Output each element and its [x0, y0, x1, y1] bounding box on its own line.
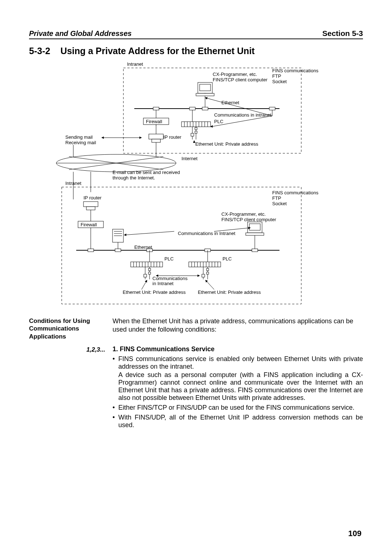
- label-cx1-l1: CX-Programmer, etc.: [213, 72, 257, 77]
- network-diagram: Intranet CX-Programmer, etc. FINS/TCP cl…: [47, 61, 345, 312]
- label-cx2-l2: FINS/TCP client computer: [221, 217, 276, 222]
- label-iprouter-bot: IP router: [83, 195, 102, 200]
- label-receiving-mail: Receiving mail: [65, 140, 96, 145]
- label-firewall-bot: Firewall: [81, 222, 97, 227]
- label-cx2-l1: CX-Programmer, etc.: [221, 211, 266, 217]
- bullet-list: FINS communications service is enabled o…: [113, 355, 363, 429]
- svg-rect-46: [83, 202, 98, 207]
- page-number: 109: [348, 529, 362, 538]
- svg-rect-33: [149, 134, 163, 139]
- label-ethunit-bot2: Ethernet Unit: Private address: [198, 289, 261, 295]
- label-firewall-top: Firewall: [146, 119, 162, 124]
- label-plc-bot2: PLC: [222, 256, 232, 262]
- svg-line-104: [205, 280, 214, 289]
- label-sending-mail: Sending mail: [65, 134, 93, 140]
- label-plc-top: PLC: [214, 119, 223, 124]
- header-left: Private and Global Addresses: [29, 29, 132, 38]
- svg-rect-63: [88, 249, 94, 252]
- svg-rect-32: [191, 133, 194, 136]
- intro-block: Conditions for Using Communications Appl…: [29, 317, 363, 340]
- label-ethunit-bot1: Ethernet Unit: Private address: [123, 289, 186, 295]
- section-heading: Using a Private Address for the Ethernet…: [60, 46, 363, 56]
- label-comm-intranet3-l1: Communications: [152, 276, 188, 281]
- label-fins1-l2: FTP: [272, 73, 281, 79]
- svg-rect-53: [246, 233, 264, 235]
- label-plc-bot: PLC: [164, 256, 173, 262]
- svg-rect-64: [115, 249, 121, 252]
- bullet-text: Either FINS/TCP or FINS/UDP can be used …: [118, 404, 355, 411]
- list-marker: 1,2,3...: [29, 345, 105, 431]
- label-cx1-l2: FINS/TCP client computer: [213, 77, 268, 82]
- item1-title: 1. FINS Communications Service: [113, 345, 363, 353]
- label-comm-intranet-bot: Communications in Intranet: [178, 231, 236, 236]
- label-intranet-top: Intranet: [127, 61, 143, 67]
- svg-rect-84: [144, 274, 147, 277]
- intro-paragraph: When the Ethernet Unit has a private add…: [113, 317, 363, 340]
- header-right: Section 5-3: [322, 29, 363, 38]
- svg-rect-99: [207, 268, 209, 271]
- svg-rect-4: [196, 93, 214, 96]
- section-number: 5-3-2: [29, 46, 50, 56]
- svg-rect-13: [202, 107, 208, 110]
- label-fins2-l3: Socket: [272, 201, 287, 206]
- svg-rect-30: [195, 127, 197, 130]
- svg-rect-10: [153, 107, 159, 110]
- document-page: Private and Global Addresses Section 5-3…: [0, 0, 392, 555]
- label-email-l1: E-mail can be sent and received: [113, 170, 180, 175]
- bullet-text: FINS communications service is enabled o…: [118, 355, 363, 370]
- bullet-item: FINS communications service is enabled o…: [113, 355, 363, 402]
- svg-rect-31: [195, 131, 197, 133]
- side-heading: Conditions for Using Communications Appl…: [29, 317, 105, 340]
- label-iprouter-top: IP router: [163, 134, 181, 140]
- bullet-subpara: A device such as a personal computer (wi…: [118, 371, 363, 402]
- svg-rect-12: [269, 107, 275, 110]
- label-comm-intranet-top: Communications in intranet: [214, 112, 271, 118]
- label-ethunit-top: Ethernet Unit: Private address: [195, 141, 258, 147]
- label-email-l2: through the Internet.: [113, 175, 155, 181]
- running-header: Private and Global Addresses Section 5-3: [29, 29, 363, 39]
- svg-rect-86: [189, 262, 221, 267]
- svg-rect-83: [148, 272, 151, 274]
- label-fins1-l1: FINS communications: [272, 68, 319, 73]
- svg-rect-101: [202, 274, 205, 277]
- svg-line-103: [142, 280, 147, 289]
- svg-rect-11: [189, 107, 195, 110]
- label-internet: Internet: [181, 156, 197, 161]
- svg-rect-47: [86, 207, 95, 210]
- label-fins2-l1: FINS communications: [272, 190, 319, 195]
- svg-rect-34: [152, 139, 160, 142]
- svg-rect-2: [200, 84, 211, 91]
- svg-line-61: [124, 231, 174, 235]
- section-title: 5-3-2 Using a Private Address for the Et…: [29, 46, 363, 56]
- bullet-item: With FINS/UDP, all of the Ethernet Unit …: [113, 414, 363, 429]
- label-fins1-l3: Socket: [272, 79, 287, 84]
- svg-rect-52: [249, 224, 260, 230]
- bullet-item: Either FINS/TCP or FINS/UDP can be used …: [113, 404, 363, 412]
- label-fins2-l2: FTP: [272, 195, 281, 201]
- label-comm-intranet3-l2: in Intranet: [152, 281, 173, 286]
- bullet-text: With FINS/UDP, all of the Ethernet Unit …: [118, 414, 363, 429]
- svg-rect-82: [148, 268, 151, 271]
- numbered-list: 1,2,3... 1. FINS Communications Service …: [29, 345, 363, 431]
- svg-rect-69: [131, 262, 163, 267]
- svg-rect-100: [207, 272, 209, 274]
- svg-rect-67: [252, 249, 258, 252]
